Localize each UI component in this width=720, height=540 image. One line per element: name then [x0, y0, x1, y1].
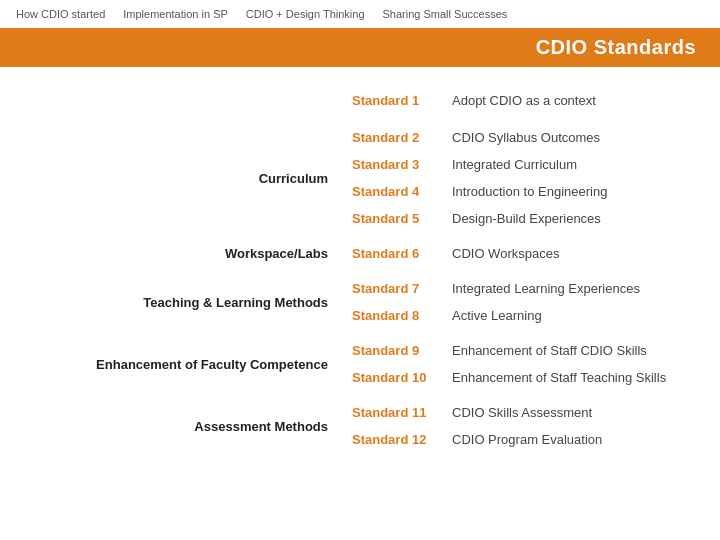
- spacer: [30, 232, 690, 240]
- standard-number: Standard 8: [340, 302, 440, 329]
- standard-number: Standard 3: [340, 151, 440, 178]
- standard-number: Standard 7: [340, 275, 440, 302]
- standard-number: Standard 5: [340, 205, 440, 232]
- spacer: [30, 267, 690, 275]
- category-label-assessment: Assessment Methods: [30, 399, 340, 453]
- top-navigation: How CDIO started Implementation in SP CD…: [0, 0, 720, 28]
- standard-number: Standard 12: [340, 426, 440, 453]
- standard-description: Introduction to Engineering: [440, 178, 690, 205]
- standard-description: Adopt CDIO as a context: [440, 87, 690, 114]
- nav-item-sharing[interactable]: Sharing Small Successes: [383, 8, 508, 20]
- main-content: Standard 1 Adopt CDIO as a context Curri…: [0, 67, 720, 473]
- standard-description: CDIO Program Evaluation: [440, 426, 690, 453]
- standard-number: Standard 1: [340, 87, 440, 114]
- header-banner: CDIO Standards: [0, 28, 720, 67]
- category-label-teaching: Teaching & Learning Methods: [30, 275, 340, 329]
- category-label-workspace: Workspace/Labs: [30, 240, 340, 267]
- standard-description: CDIO Skills Assessment: [440, 399, 690, 426]
- spacer: [30, 329, 690, 337]
- nav-item-design-thinking[interactable]: CDIO + Design Thinking: [246, 8, 365, 20]
- standard-description: Enhancement of Staff CDIO Skills: [440, 337, 690, 364]
- standard-description: Enhancement of Staff Teaching Skills: [440, 364, 690, 391]
- standard-number: Standard 9: [340, 337, 440, 364]
- nav-item-implementation[interactable]: Implementation in SP: [123, 8, 228, 20]
- standard-number: Standard 4: [340, 178, 440, 205]
- category-label-curriculum: Curriculum: [30, 124, 340, 232]
- table-row: Standard 1 Adopt CDIO as a context: [30, 87, 690, 114]
- standard-number: Standard 6: [340, 240, 440, 267]
- nav-item-how-cdio[interactable]: How CDIO started: [16, 8, 105, 20]
- table-row: Teaching & Learning Methods Standard 7 I…: [30, 275, 690, 302]
- spacer: [30, 391, 690, 399]
- table-row: Assessment Methods Standard 11 CDIO Skil…: [30, 399, 690, 426]
- standard-number: Standard 2: [340, 124, 440, 151]
- category-label: [30, 87, 340, 114]
- standard-description: CDIO Syllabus Outcomes: [440, 124, 690, 151]
- standard-description: Active Learning: [440, 302, 690, 329]
- table-row: Enhancement of Faculty Competence Standa…: [30, 337, 690, 364]
- category-label-enhancement: Enhancement of Faculty Competence: [30, 337, 340, 391]
- standard-description: Design-Build Experiences: [440, 205, 690, 232]
- standard-number: Standard 11: [340, 399, 440, 426]
- standard-description: Integrated Learning Experiences: [440, 275, 690, 302]
- standard-number: Standard 10: [340, 364, 440, 391]
- standard-description: CDIO Workspaces: [440, 240, 690, 267]
- spacer: [30, 114, 690, 124]
- page-title: CDIO Standards: [24, 36, 696, 59]
- table-row: Curriculum Standard 2 CDIO Syllabus Outc…: [30, 124, 690, 151]
- standards-table: Standard 1 Adopt CDIO as a context Curri…: [30, 87, 690, 453]
- table-row: Workspace/Labs Standard 6 CDIO Workspace…: [30, 240, 690, 267]
- standard-description: Integrated Curriculum: [440, 151, 690, 178]
